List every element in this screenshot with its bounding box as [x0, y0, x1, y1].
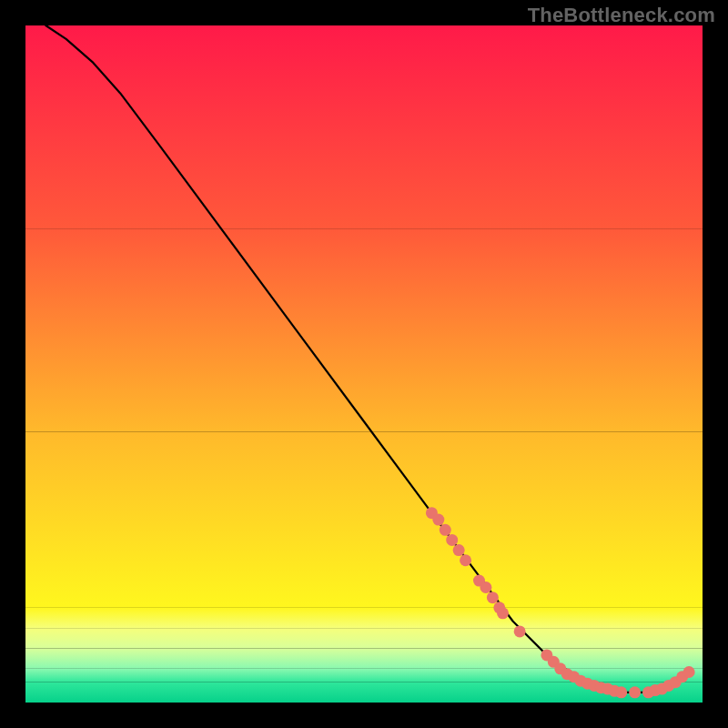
data-point — [432, 514, 444, 526]
chart-canvas — [0, 0, 728, 728]
data-point — [629, 686, 641, 698]
data-point — [440, 524, 451, 536]
data-point — [487, 592, 499, 603]
svg-rect-1 — [25, 228, 703, 431]
data-point — [480, 581, 491, 593]
chart-background — [25, 25, 703, 703]
data-point — [446, 534, 458, 546]
data-point — [683, 666, 695, 678]
watermark-text: TheBottleneck.com — [528, 4, 715, 27]
svg-rect-3 — [25, 608, 703, 628]
svg-rect-0 — [25, 25, 703, 228]
chart-stage: TheBottleneck.com — [0, 0, 728, 728]
data-point — [497, 607, 509, 619]
svg-rect-6 — [25, 669, 703, 682]
data-point — [615, 686, 627, 698]
data-point — [514, 625, 526, 637]
data-point — [460, 554, 471, 566]
svg-rect-5 — [25, 648, 703, 668]
svg-rect-4 — [25, 628, 703, 648]
svg-rect-2 — [25, 431, 703, 607]
data-point — [453, 544, 465, 556]
